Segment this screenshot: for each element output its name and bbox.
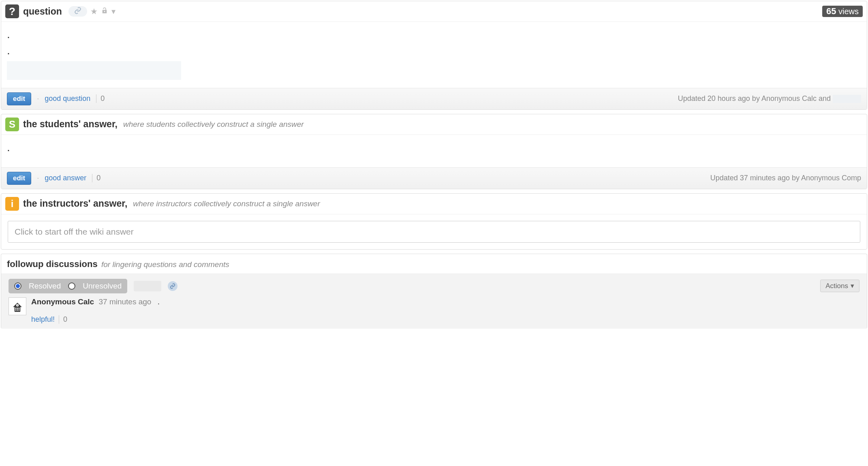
students-answer-title: the students' answer, [23,119,118,130]
followup-title: followup discussions [7,259,98,269]
question-body: . . [1,22,867,88]
instructors-answer-title: the instructors' answer, [23,198,127,209]
comment-author: Anonymous Calc [31,297,94,306]
followup-comment: ? Anonymous Calc 37 minutes ago . [9,297,859,324]
edit-button[interactable]: edit [7,92,31,105]
svg-rect-7 [17,309,18,310]
followup-panel: followup discussions for lingering quest… [1,254,867,329]
instructors-answer-header: i the instructors' answer, where instruc… [1,194,867,214]
comment-header: Anonymous Calc 37 minutes ago . [31,297,859,306]
comment-footer: helpful! 0 [31,315,859,324]
chevron-down-icon[interactable]: ▾ [111,6,115,16]
tag-pill-redacted[interactable] [68,6,87,17]
actions-button[interactable]: Actions ▾ [820,280,859,292]
question-panel: ? question ★ ▾ 65 views . . edit · [1,1,867,110]
good-question-link[interactable]: good question [45,94,90,103]
followup-body: Resolved Unresolved Actions ▾ ? [1,274,867,329]
body-dot: . [7,46,861,55]
link-icon[interactable] [168,281,177,291]
avatar: ? [9,297,26,315]
good-answer-link[interactable]: good answer [45,174,86,182]
question-label: question [23,6,62,17]
comment-time: 37 minutes ago [98,297,151,306]
helpful-link[interactable]: helpful! [31,315,55,324]
unresolved-radio[interactable] [68,282,75,290]
helpful-count: 0 [59,315,67,324]
question-header-icons: ★ ▾ [68,6,115,17]
redacted-name [833,95,861,103]
redacted-tag [134,281,161,291]
star-icon[interactable]: ★ [90,6,98,16]
body-dot: . [7,30,861,39]
svg-rect-3 [15,308,17,309]
updated-text: Updated 20 hours ago by Anonymous Calc a… [678,94,861,103]
instructors-answer-panel: i the instructors' answer, where instruc… [1,193,867,250]
students-answer-subtitle: where students collectively construct a … [123,120,304,129]
good-question-count: 0 [96,94,105,103]
question-icon: ? [5,4,19,18]
students-answer-footer: edit · good answer 0 Updated 37 minutes … [1,167,867,189]
edit-button[interactable]: edit [7,172,31,185]
redacted-content [7,61,181,80]
comment-content: Anonymous Calc 37 minutes ago . helpful!… [31,297,859,324]
updated-text: Updated 37 minutes ago by Anonymous Comp [710,174,861,182]
chevron-down-icon: ▾ [851,282,854,290]
question-header: ? question ★ ▾ 65 views [1,1,867,22]
instructors-answer-subtitle: where instructors collectively construct… [133,199,320,208]
followup-toolbar: Resolved Unresolved Actions ▾ [9,279,859,293]
wiki-answer-input[interactable]: Click to start off the wiki answer [8,221,860,243]
body-dot: . [7,143,861,152]
separator: · [37,174,39,182]
lock-icon[interactable] [101,6,108,17]
instructors-icon: i [5,197,19,211]
followup-header: followup discussions for lingering quest… [1,254,867,274]
resolved-toggle-group: Resolved Unresolved [9,279,127,293]
students-answer-body: . [1,135,867,167]
svg-rect-4 [17,308,18,309]
students-icon: S [5,118,19,131]
followup-subtitle: for lingering questions and comments [101,260,229,269]
separator: · [37,94,39,103]
svg-rect-6 [15,309,17,310]
unresolved-label[interactable]: Unresolved [83,282,122,291]
students-answer-panel: S the students' answer, where students c… [1,114,867,189]
svg-rect-5 [19,308,20,309]
resolved-radio[interactable] [14,282,21,290]
good-answer-count: 0 [92,174,100,182]
views-container: 65 views [822,6,863,17]
question-footer: edit · good question 0 Updated 20 hours … [1,88,867,109]
link-icon [74,7,81,16]
comment-trailing: . [158,297,160,306]
students-answer-header: S the students' answer, where students c… [1,114,867,135]
views-badge: 65 views [822,6,863,17]
svg-rect-8 [19,309,20,310]
svg-text:?: ? [17,304,18,306]
resolved-label[interactable]: Resolved [29,282,61,291]
